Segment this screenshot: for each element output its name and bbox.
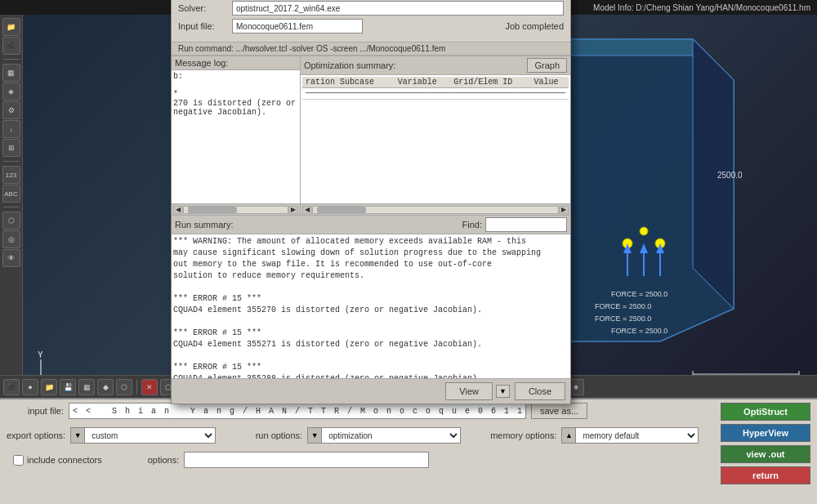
input-file-form-input[interactable] [232, 19, 363, 33]
run-summary-header: Run summary: Find: [172, 215, 570, 234]
options-row: options: [141, 450, 436, 470]
toolbar-icon-property[interactable]: ⚙ [2, 101, 20, 119]
job-status-text: Job completed [505, 21, 564, 31]
hscroll-track[interactable] [183, 206, 288, 214]
find-label: Find: [462, 220, 482, 230]
solver-row: Solver: [178, 1, 564, 16]
run-select[interactable]: optimization [322, 427, 461, 444]
opt-summary-content[interactable]: ration Subcase Variable Grid/Elem ID Val… [301, 75, 570, 203]
toolbar-icon-component[interactable]: ▦ [2, 64, 20, 82]
save-as-button[interactable]: save as... [531, 403, 587, 419]
solver-label: Solver: [178, 3, 227, 13]
modal-bottom-actions: View ▼ Close [172, 378, 570, 404]
input-file-form-label: Input file: [178, 21, 227, 31]
message-log-pane: Message log: b: * 270 is distorted (zero… [172, 56, 301, 215]
memory-dropdown-wrapper: ▲ memory default [561, 427, 699, 444]
view-button[interactable]: View [445, 382, 493, 400]
opt-col-value: Value [530, 77, 569, 88]
viewout-button[interactable]: view .out [721, 445, 810, 463]
export-options-label: export options: [7, 430, 65, 440]
message-log-content[interactable]: b: * 270 is distorted (zero or negative … [172, 70, 300, 203]
input-file-field[interactable] [69, 403, 526, 419]
find-row: Find: [462, 217, 567, 232]
message-log-header: Message log: [172, 56, 300, 70]
hyperview-button[interactable]: HyperView [721, 424, 810, 442]
solver-view-dialog: Monocoque0611.fem - HyperWorks Solver Vi… [171, 0, 571, 404]
memory-dropdown-arrow[interactable]: ▲ [561, 427, 576, 444]
message-log-text: b: * 270 is distorted (zero or negative … [173, 72, 298, 117]
solver-input[interactable] [232, 1, 564, 16]
toolbar-icon-abc[interactable]: ABC [2, 185, 20, 203]
optistruct-button[interactable]: OptiStruct [721, 403, 810, 421]
export-select[interactable]: custom [85, 427, 216, 444]
view-dropdown-arrow[interactable]: ▼ [496, 385, 510, 398]
run-summary-content[interactable]: *** WARNING: The amount of allocated mem… [172, 234, 570, 378]
modal-overlay: Monocoque0611.fem - HyperWorks Solver Vi… [23, 15, 817, 398]
toolbar-icon-view[interactable]: 👁 [2, 249, 20, 267]
toolbar-icon-material[interactable]: ◈ [2, 83, 20, 100]
find-input[interactable] [485, 217, 567, 232]
input-file-form-row: Input file: Job completed [178, 19, 564, 33]
left-toolbar: 📁 ⬛ ▦ ◈ ⚙ ↓ ⊞ 123 ABC ⬡ ◎ 👁 [0, 15, 23, 398]
include-connectors-checkbox[interactable] [13, 455, 24, 466]
run-summary-label: Run summary: [175, 220, 234, 230]
opt-hscrollbar[interactable]: ◀ ▶ [301, 203, 570, 215]
run-options-label: run options: [245, 430, 302, 440]
model-info-text: Model Info: D:/Cheng Shian Yang/HAN/Mono… [593, 3, 810, 12]
run-summary-section: Run summary: Find: *** WARNING: The amou… [172, 215, 570, 378]
opt-hscroll-track[interactable] [312, 206, 559, 214]
opt-col-subcase: ration Subcase [302, 77, 395, 88]
memory-options-label: memory options: [490, 430, 556, 440]
opt-hscroll-thumb[interactable] [317, 207, 366, 213]
hscroll-thumb[interactable] [188, 207, 237, 213]
bottom-panel: input file: save as... OptiStruct HyperV… [0, 398, 817, 504]
include-connectors-label: include connectors [27, 455, 102, 465]
opt-scroll-left[interactable]: ◀ [302, 206, 312, 214]
toolbar-icon-mesh[interactable]: ⬡ [2, 212, 20, 230]
right-action-buttons: OptiStruct HyperView view .out return [721, 403, 810, 484]
toolbar-icon-constraint[interactable]: ⊞ [2, 139, 20, 157]
close-button[interactable]: Close [515, 382, 565, 400]
export-run-memory-row: export options: ▼ custom run options: ▼ … [0, 424, 817, 447]
optimization-summary-pane: Optimization summary: Graph ration Subca… [301, 56, 570, 215]
toolbar-icon-123[interactable]: 123 [2, 166, 20, 184]
opt-col-variable: Variable [395, 77, 451, 88]
graph-button[interactable]: Graph [527, 58, 567, 73]
run-summary-text: *** WARNING: The amount of allocated mem… [173, 236, 569, 378]
opt-summary-table: ration Subcase Variable Grid/Elem ID Val… [302, 77, 569, 100]
run-command-text: Run command: .../hwsolver.tcl -solver OS… [178, 44, 445, 53]
scroll-right-arrow[interactable]: ▶ [288, 206, 298, 214]
two-pane-area: Message log: b: * 270 is distorted (zero… [172, 56, 570, 215]
toolbar-icon-model[interactable]: ⬛ [2, 37, 20, 55]
include-connectors-row: include connectors [7, 455, 109, 466]
opt-scroll-right[interactable]: ▶ [559, 206, 569, 214]
run-dropdown-wrapper: ▼ optimization [307, 427, 461, 444]
run-dropdown-arrow[interactable]: ▼ [307, 427, 322, 444]
toolbar-icon-folder[interactable]: 📁 [2, 18, 20, 36]
run-command-row: Run command: .../hwsolver.tcl -solver OS… [172, 42, 570, 56]
options-label: options: [148, 455, 180, 465]
opt-summary-header: Optimization summary: Graph [301, 56, 570, 75]
export-dropdown-wrapper: ▼ custom [70, 427, 216, 444]
input-file-label: input file: [7, 406, 64, 416]
memory-select[interactable]: memory default [576, 427, 699, 444]
message-log-hscrollbar[interactable]: ◀ ▶ [172, 203, 300, 215]
toolbar-icon-morph[interactable]: ◎ [2, 230, 20, 248]
opt-summary-label: Optimization summary: [304, 60, 395, 70]
opt-divider-row: ────────────────────────────────────────… [302, 88, 569, 100]
opt-col-gridelem: Grid/Elem ID [450, 77, 530, 88]
scroll-left-arrow[interactable]: ◀ [173, 206, 183, 214]
export-dropdown-arrow[interactable]: ▼ [70, 427, 85, 444]
return-button[interactable]: return [721, 466, 810, 484]
options-input[interactable] [184, 452, 429, 468]
message-log-label: Message log: [175, 58, 228, 68]
toolbar-icon-load[interactable]: ↓ [2, 120, 20, 138]
modal-form: Solver: Input file: Job completed [172, 0, 570, 42]
bt-icon-1[interactable]: ⬛ [3, 379, 20, 395]
